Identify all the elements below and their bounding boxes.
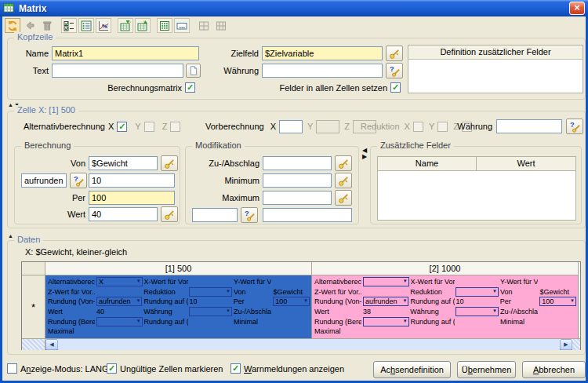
cell-field-dropdown[interactable]: ▼ <box>189 307 232 316</box>
cell-field-label: Von <box>500 288 538 296</box>
cell-field-label: Rundung auf (... <box>144 318 188 326</box>
name-input[interactable] <box>52 46 199 60</box>
zelle-waehrung-input[interactable] <box>496 119 562 133</box>
alt-z-checkbox <box>170 122 180 132</box>
scroll-right-button[interactable]: ▶ <box>560 339 572 350</box>
berechnung-group: Berechnung Von ? Per Wert <box>14 146 180 224</box>
rundung-wizard-button[interactable]: ? <box>70 173 87 188</box>
cell-field-label: Maximal <box>314 327 363 335</box>
wert-wizard-button[interactable] <box>161 206 178 222</box>
minimum-input[interactable] <box>263 173 332 188</box>
cell-field-dropdown[interactable]: ▼ <box>363 317 409 326</box>
panel-splitter[interactable]: ◀▶ <box>362 148 367 160</box>
berechnungsmatrix-checkbox[interactable]: ✓ <box>185 82 195 93</box>
zusatz-table: Name Wert <box>377 156 576 221</box>
alt-z-label: Z <box>162 122 168 131</box>
cell-field-dropdown[interactable]: aufrunden▼ <box>96 297 142 306</box>
waehrung-input[interactable] <box>262 64 383 78</box>
dropdown-arrow-icon: ▼ <box>303 298 308 303</box>
anzeige-modus-checkbox[interactable] <box>7 363 17 374</box>
zelle-group: Zelle X: [1] 500 Alternativberechnung X … <box>7 111 586 228</box>
cell-field-dropdown[interactable]: ▼ <box>96 317 143 326</box>
cell-row: Wert40Währung▼Zu-/Abschlag <box>48 307 311 317</box>
zielfeld-input[interactable] <box>262 46 383 60</box>
alt-x-label: X <box>108 122 114 131</box>
row-header[interactable]: * <box>22 275 45 338</box>
definition-panel: Definition zusätzlicher Felder <box>408 45 583 93</box>
cell-field-dropdown[interactable]: ▼ <box>456 287 499 297</box>
cell-field-dropdown[interactable]: ▼ <box>363 277 409 286</box>
column-header-2[interactable]: [2] 1000 <box>312 262 579 275</box>
text-label: Text <box>11 66 49 75</box>
scroll-left-button[interactable]: ◀ <box>45 339 58 350</box>
zielfeld-wizard-button[interactable] <box>386 46 403 61</box>
waehrung-label: Währung <box>194 66 259 75</box>
uebernehmen-button[interactable]: Übernehmen <box>457 361 516 378</box>
abbrechen-button[interactable]: Abbrechen <box>522 361 586 378</box>
cell-field-dropdown[interactable]: 100▼ <box>273 297 310 306</box>
minimum-wizard-button[interactable] <box>335 173 352 188</box>
import-table-toolbar-button[interactable] <box>118 18 133 33</box>
modifikation-extra-input[interactable] <box>192 208 238 222</box>
delete-toolbar-button <box>39 18 55 33</box>
cell-field-label: Zu-/Abschlag <box>234 308 271 316</box>
horizontal-scrollbar[interactable]: ◀ ▶ <box>22 338 580 350</box>
cell-field-dropdown[interactable]: aufrunden▼ <box>363 297 408 306</box>
svg-text:?: ? <box>244 210 249 217</box>
matrix-cell-1[interactable]: Alternativberec...X▼X-Wert für Vor...Y-W… <box>45 275 312 338</box>
cell-field-label: Z-Wert für Vor... <box>314 288 361 296</box>
waehrung-wizard-button[interactable]: ? <box>386 63 403 78</box>
cell-field-label: Alternativberec... <box>48 278 95 286</box>
warnmeldungen-checkbox[interactable]: ✓ <box>230 363 241 374</box>
cell-field-dropdown[interactable]: ▼ <box>189 287 232 297</box>
daten-legend: Daten <box>14 235 43 244</box>
cell-field-label: Währung <box>143 308 187 316</box>
svg-text:?: ? <box>73 175 78 183</box>
field-list-toolbar-button[interactable] <box>78 18 94 33</box>
window-icon <box>3 3 16 14</box>
zu-abschlag-wizard-button[interactable] <box>335 155 352 171</box>
alt-x-checkbox[interactable]: ✓ <box>117 122 127 132</box>
maximum-input[interactable] <box>263 191 332 205</box>
felder-checkbox[interactable]: ✓ <box>390 82 401 93</box>
cell-field-dropdown[interactable]: 100▼ <box>539 297 576 306</box>
export-table-toolbar-button[interactable] <box>135 18 151 33</box>
cell-field-label: Z-Wert für Vor... <box>48 288 95 296</box>
column-header-1[interactable]: [1] 500 <box>45 262 312 275</box>
zusatz-col-wert: Wert <box>477 157 575 170</box>
kopfzeile-group: Kopfzeile Name Zielfeld Definition zusät… <box>7 38 586 100</box>
cell-field-dropdown[interactable]: ▼ <box>456 307 499 316</box>
cell-field-label: Wert <box>48 308 95 316</box>
validate-list-toolbar-button[interactable] <box>61 18 77 33</box>
grid-toolbar-button[interactable] <box>157 18 172 33</box>
cell-field-label: Währung <box>410 308 454 316</box>
vorb-x-input[interactable] <box>279 120 303 133</box>
cell-field-dropdown[interactable]: X▼ <box>96 277 143 286</box>
close-button[interactable]: × <box>569 2 585 15</box>
text-input[interactable] <box>52 64 183 78</box>
recalculate-toolbar-button[interactable] <box>5 18 20 33</box>
scroll-track[interactable] <box>58 339 560 350</box>
rundung-auf-input[interactable] <box>89 173 175 188</box>
von-wizard-button[interactable] <box>161 155 178 171</box>
cell-field-value: $Gewicht <box>273 288 310 296</box>
von-input[interactable] <box>89 156 158 170</box>
wert-input[interactable] <box>89 207 158 221</box>
achsendefinition-button[interactable]: Achsendefinition <box>373 361 451 378</box>
ungueltige-checkbox[interactable]: ✓ <box>107 363 117 374</box>
cell-field-value: 10 <box>456 297 499 305</box>
maximum-wizard-button[interactable] <box>335 190 352 206</box>
modifikation-extra-wizard-button[interactable]: ? <box>241 207 258 223</box>
per-input[interactable] <box>89 191 175 205</box>
rundung-input[interactable] <box>21 173 67 188</box>
cell-properties-toolbar-button[interactable]: ... <box>174 18 190 33</box>
zelle-waehrung-wizard-button[interactable]: ? <box>566 119 583 134</box>
cell-field-label: Per <box>500 297 538 305</box>
svg-text:...: ... <box>180 21 186 29</box>
zu-abschlag-input[interactable] <box>263 156 332 170</box>
statistics-toolbar-button[interactable]: % <box>96 18 111 33</box>
matrix-cell-2[interactable]: Alternativberec...▼X-Wert für Vor...Y-We… <box>312 275 579 338</box>
wert-label: Wert <box>35 210 85 219</box>
cell-field-value: 40 <box>96 308 142 316</box>
modifikation-extra2-input[interactable] <box>263 208 352 222</box>
